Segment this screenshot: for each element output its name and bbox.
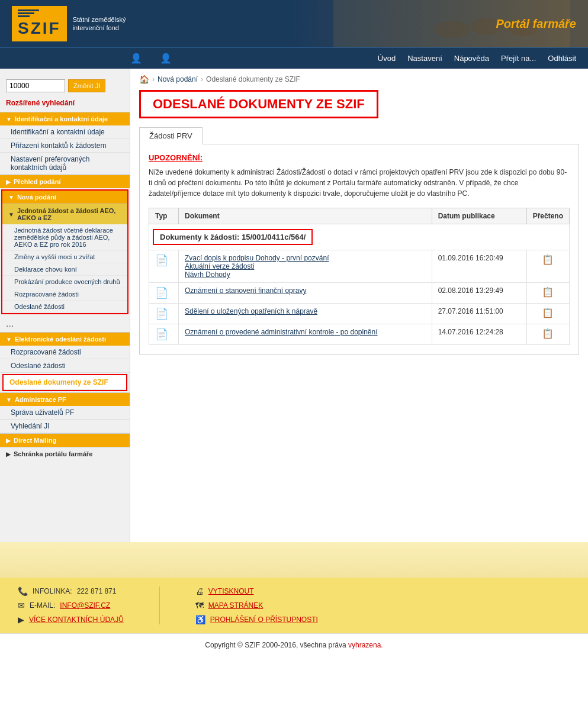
sidebar-item-deklarace-kone[interactable]: Deklarace chovu koní [2,263,127,276]
footer-col-left: 📞 INFOLINKA: 222 871 871 ✉ E-MAIL: INFO@… [18,586,124,624]
advanced-search-link[interactable]: Rozšířené vyhledání [0,97,130,112]
cell-typ-2: 📄 [149,304,179,324]
nav-nastaveni[interactable]: Nastavení [407,54,442,63]
sidebar-subsection-title-zadosti[interactable]: ▼ Jednotná žádost a žádosti AEO, AEKO a … [2,204,127,224]
page-title: ODESLANÉ DOKUMENTY ZE SZIF [153,96,365,112]
sidebar-section-title-nova[interactable]: ▼ Nová podání [2,191,127,204]
pdf-icon: 📄 [155,254,168,266]
accessibility-link[interactable]: PROHLÁŠENÍ O PŘÍSTUPNOSTI [210,615,318,624]
footer-accessibility[interactable]: ♿ PROHLÁŠENÍ O PŘÍSTUPNOSTI [195,615,318,624]
doc-link-0-2[interactable]: Návrh Dohody [185,270,426,279]
sidebar-item-prirazeni[interactable]: Přiřazení kontaktů k žádostem [0,139,130,153]
footer-bottom: Copyright © SZIF 2000-2016, všechna práv… [0,633,588,656]
email-icon: ✉ [18,601,25,610]
footer-col-right: 🖨 VYTISKNOUT 🗺 MAPA STRÁNEK ♿ PROHLÁŠENÍ… [195,586,318,624]
page-title-box: ODESLANÉ DOKUMENTY ZE SZIF [139,90,378,118]
user-icon[interactable]: 👤 [130,53,142,64]
portal-title-area: Portál farmáře [496,17,576,31]
logo-subtext: Státní zemědělský intervenční fond [73,15,156,33]
cell-date-1: 02.08.2016 13:29:49 [432,283,526,304]
doc-link-0-1[interactable]: Aktuální verze žádosti [185,262,426,270]
tabs: Žádosti PRV [139,127,579,144]
doc-link-2-0[interactable]: Sdělení o uložených opatřeních k nápravě [185,307,426,315]
chevron-right-icon2: ▶ [6,437,11,444]
sidebar-item-odeslane[interactable]: Odeslané žádosti [2,301,127,313]
sidebar-highlighted-item: Odeslané dokumenty ze SZIF [2,374,127,391]
navbar: 👤 👤 Úvod Nastavení Nápověda Přejít na...… [0,47,588,69]
nav-uvod[interactable]: Úvod [378,54,396,63]
main-layout: 10000 Změnit JI Rozšířené vyhledání ▼ Id… [0,69,588,542]
cell-read-3[interactable]: 📋 [526,324,569,345]
accessibility-icon: ♿ [195,615,205,624]
portal-title: Portál farmáře [496,17,576,30]
sidebar-item-identifikace[interactable]: Identifikační a kontaktní údaje [0,125,130,139]
sidebar-section-title-direct-mailing[interactable]: ▶ Direct Mailing [0,434,130,447]
doc-link-1-0[interactable]: Oznámení o stanovení finanční opravy [185,286,426,295]
print-icon: 🖨 [195,586,204,596]
sidebar-item-nastaveni[interactable]: Nastavení preferovaných kontaktních údaj… [0,153,130,175]
print-link[interactable]: VYTISKNOUT [208,587,254,595]
nav-odhlasit[interactable]: Odhlásit [548,54,576,63]
pdf-icon-1: 📄 [155,287,168,299]
sidebar: 10000 Změnit JI Rozšířené vyhledání ▼ Id… [0,69,130,542]
sidebar-item-odeslane-dokumenty[interactable]: Odeslané dokumenty ze SZIF [4,375,126,390]
nav-prejit[interactable]: Přejít na... [501,54,536,63]
infolinka-number: 222 871 871 [77,587,117,595]
search-input[interactable]: 10000 [6,79,65,92]
cell-typ-1: 📄 [149,283,179,304]
sidebar-section-title-administrace[interactable]: ▼ Administrace PF [0,393,130,406]
footer-more-contacts[interactable]: ▶ VÍCE KONTAKTNÍCH ÚDAJŮ [18,615,124,624]
tab-zadosti-prv[interactable]: Žádosti PRV [139,127,203,144]
sidebar-section-prehled: ▶ Přehled podání [0,175,130,188]
sitemap-link[interactable]: MAPA STRÁNEK [208,601,263,610]
more-contacts-link[interactable]: VÍCE KONTAKTNÍCH ÚDAJŮ [29,615,124,624]
chevron-down-icon2: ▼ [8,194,14,201]
change-ji-button[interactable]: Změnit JI [68,79,105,92]
footer-infolinka: 📞 INFOLINKA: 222 871 871 [18,586,124,596]
cell-read-0[interactable]: 📋 [526,250,569,283]
col-header-precteno: Přečteno [526,208,569,224]
sidebar-section-title-schranka[interactable]: ▶ Schránka portálu farmáře [0,447,130,460]
chevron-down-icon: ▼ [6,116,12,123]
footer-sitemap[interactable]: 🗺 MAPA STRÁNEK [195,601,318,610]
breadcrumb-nova-podani[interactable]: Nová podání [158,75,198,83]
chevron-right-icon: ▶ [6,179,11,185]
cell-date-2: 27.07.2016 11:51:00 [432,304,526,324]
doc-link-0-0[interactable]: Zvací dopis k podpisu Dohody - první poz… [185,254,426,262]
sidebar-section-identifikace: ▼ Identifikační a kontaktní údaje Identi… [0,112,130,175]
more-contacts-icon: ▶ [18,615,24,624]
doc-link-3-0[interactable]: Oznámení o provedené administrativní kon… [185,328,426,336]
breadcrumb-current: Odeslané dokumenty ze SZIF [206,75,300,83]
svg-point-1 [434,21,470,38]
sidebar-item-rozpracovane[interactable]: Rozpracované žádosti [2,288,127,301]
date-text-3: 14.07.2016 12:24:28 [438,328,503,336]
sidebar-item-prokazani[interactable]: Prokázání produkce ovocných druhů [2,276,127,288]
footer-print[interactable]: 🖨 VYTISKNOUT [195,586,318,596]
sidebar-item-odeslane2[interactable]: Odeslané žádosti [0,359,130,373]
sidebar-section-title-prehled[interactable]: ▶ Přehled podání [0,175,130,188]
sidebar-item-zmeny[interactable]: Změny a vyšší moci u zvířat [2,251,127,263]
rights-link[interactable]: vyhrazena. [348,641,383,649]
sidebar-item-sprava[interactable]: Správa uživatelů PF [0,406,130,420]
read-icon-3: 📋 [542,328,554,339]
sidebar-search-area: 10000 Změnit JI [0,75,130,97]
cell-read-2[interactable]: 📋 [526,304,569,324]
nav-napoveda[interactable]: Nápověda [454,54,489,63]
sidebar-dots: ... [0,315,130,332]
logo-area: SZIF Státní zemědělský intervenční fond [12,6,156,41]
footer-yellow: 📞 INFOLINKA: 222 871 871 ✉ E-MAIL: INFO@… [0,578,588,633]
user2-icon[interactable]: 👤 [160,53,172,64]
home-icon[interactable]: 🏠 [139,75,149,84]
chevron-down-icon4: ▼ [6,336,12,343]
email-link[interactable]: INFO@SZIF.CZ [60,601,110,610]
cell-doc-0: Zvací dopis k podpisu Dohody - první poz… [179,250,432,283]
sidebar-item-rozpracovane2[interactable]: Rozpracované žádosti [0,346,130,359]
warning-text: Níže uvedené dokumenty k administraci Žá… [149,167,570,199]
chevron-down-icon3: ▼ [8,211,14,218]
cell-date-0: 01.09.2016 16:20:49 [432,250,526,283]
sidebar-section-title-elektronicke[interactable]: ▼ Elektronické odeslání žádosti [0,333,130,346]
sidebar-section-title-identifikace[interactable]: ▼ Identifikační a kontaktní údaje [0,112,130,125]
sidebar-item-vyhledani[interactable]: Vyhledání JI [0,420,130,433]
cell-read-1[interactable]: 📋 [526,283,569,304]
sidebar-item-jednotna[interactable]: Jednotná žádost včetně deklarace zeměděl… [2,224,127,251]
